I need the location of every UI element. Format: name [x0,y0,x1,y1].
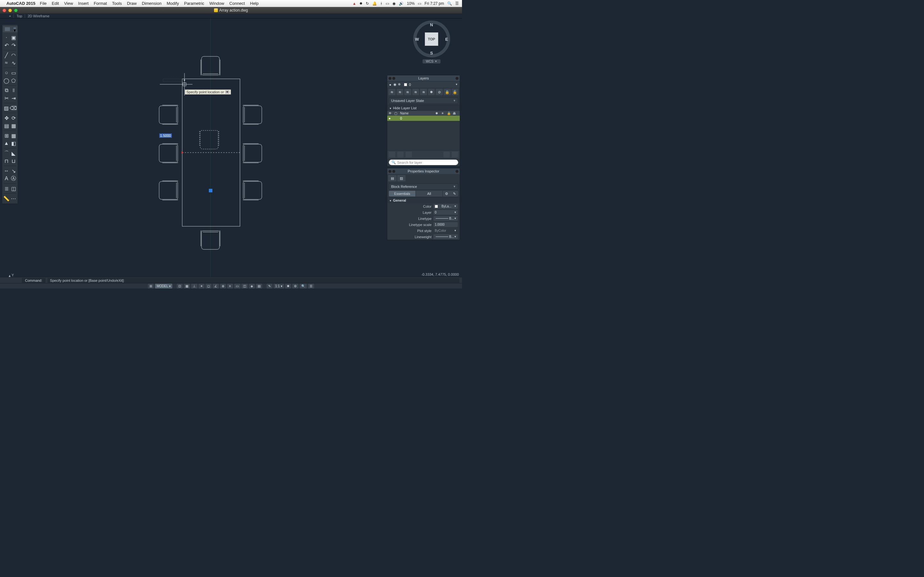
current-layer-row[interactable]: ●◉❄ 0 ▼ [387,81,460,87]
tool-layer[interactable]: ≣ [3,185,10,192]
layer-tool-8[interactable]: 🔒 [444,89,451,95]
tool-polygon[interactable]: ⬠ [10,77,17,84]
status-lwt-icon[interactable]: ≡ [227,284,233,288]
volume-icon[interactable]: 🔊 [399,1,404,6]
viewcube-face[interactable]: TOP [425,32,438,46]
sync-icon[interactable]: ↻ [366,1,369,6]
clock[interactable]: Fri 7:27 pm [425,1,444,6]
layer-tool-3[interactable]: ≋ [404,89,411,95]
layers-collapse-icon[interactable] [443,152,450,157]
menu-format[interactable]: Format [94,1,107,6]
menu-parametric[interactable]: Parametric [184,1,204,6]
prompt-dropdown-icon[interactable]: ▼ [225,90,229,93]
props-section-general[interactable]: ▼General [387,197,460,203]
tool-move[interactable]: ✥ [3,114,10,121]
command-input[interactable]: Specify point location or [Base point/Un… [47,278,459,283]
tool-point[interactable]: · [3,34,10,41]
viewcube[interactable]: N S E W TOP WCS▼ [411,21,452,69]
status-gear-icon[interactable]: ⚙ [292,284,298,288]
status-search-icon[interactable]: 🔍 [300,284,307,288]
tool-align[interactable]: ◧ [10,140,17,147]
layer-tool-6[interactable]: ✱ [428,89,435,95]
tool-dimension[interactable]: ↔ [3,167,10,174]
vp-plus[interactable]: + [6,14,11,18]
zoom-button[interactable] [14,9,18,12]
status-otrack-icon[interactable]: ∠ [213,284,219,288]
tool-grid-icon[interactable]: ▦ [10,132,17,139]
layer-tool-1[interactable]: ≋ [389,89,396,95]
tool-block[interactable]: ◫ [10,185,17,192]
status-trans-icon[interactable]: ▭ [234,284,240,288]
layer-tool-9[interactable]: 🔓 [452,89,459,95]
vp-view[interactable]: Top [13,14,22,18]
menu-window[interactable]: Window [210,1,224,6]
tool-circle[interactable]: ○ [3,69,10,76]
tool-chamfer[interactable]: ◣ [10,150,17,157]
spotlight-icon[interactable]: 🔍 [447,1,452,6]
menu-edit[interactable]: Edit [52,1,59,6]
tool-erase[interactable]: ⌫ [10,105,17,111]
status-dyn-icon[interactable]: ⊕ [220,284,226,288]
tool-mtext[interactable]: Ⓐ [10,175,17,182]
viewcube-e[interactable]: E [445,37,448,41]
tool-ellipse[interactable]: ◯ [3,77,10,84]
hide-layer-list[interactable]: ▼Hide Layer List [387,105,460,111]
evernote-icon[interactable]: ✸ [359,1,363,6]
seg-essentials[interactable]: Essentials [389,191,416,197]
properties-tab-1[interactable]: ▤ [388,175,397,181]
seg-all[interactable]: All [416,191,443,197]
layers-filter-icon[interactable] [389,152,395,157]
status-qp-icon[interactable]: ▤ [256,284,262,288]
close-button[interactable] [3,9,6,12]
tool-rectangle[interactable]: ▭ [10,69,17,76]
viewcube-ring[interactable]: N S E W TOP [413,21,450,57]
minimize-button[interactable] [8,9,12,12]
tool-measure[interactable]: 📏 [3,195,10,202]
layer-tool-4[interactable]: ≋ [412,89,419,95]
menu-file[interactable]: File [40,1,47,6]
tool-redo[interactable]: ↷ [10,42,17,49]
prop-lineweight-value[interactable]: B...▼ [433,234,458,239]
tool-stretch[interactable]: ▦ [10,122,17,129]
tool-block-icon[interactable]: ▣ [10,34,17,41]
tool-extend[interactable]: ⇥ [10,95,17,102]
battery-text[interactable]: 10% [407,1,415,6]
viewcube-n[interactable]: N [430,23,433,27]
menu-help[interactable]: Help [250,1,258,6]
menu-insert[interactable]: Insert [78,1,89,6]
tool-spline[interactable]: ∿ [10,59,17,66]
notification-icon[interactable]: ▲ [352,1,356,6]
menu-extra-icon[interactable]: ☰ [455,1,459,6]
tool-array[interactable]: ⊞ [3,132,10,139]
prop-layer-value[interactable]: 0▼ [433,210,458,215]
palette-grip[interactable]: ▾ [3,26,18,32]
tool-break[interactable]: ⊔ [10,157,17,164]
bluetooth-icon[interactable]: ᚼ [380,1,383,6]
layer-state-dropdown[interactable]: Unsaved Layer State▼ [389,97,458,104]
menu-modify[interactable]: Modify [166,1,179,6]
status-ortho-icon[interactable]: ⊥ [191,284,197,288]
properties-header[interactable]: Properties Inspector [387,168,460,174]
status-cycle-icon[interactable]: ◫ [242,284,248,288]
tool-line[interactable]: ╱ [3,52,10,59]
tool-undo[interactable]: ↶ [3,42,10,49]
tool-hatch[interactable]: ▨ [3,105,9,111]
seg-icon-2[interactable]: ✎ [451,191,458,197]
viewcube-w[interactable]: W [415,37,419,41]
layer-tool-5[interactable]: ≋ [420,89,427,95]
tool-trim[interactable]: ✂ [3,95,10,102]
tool-polyline[interactable]: ≈ [3,59,10,66]
bell-icon[interactable]: 🔔 [372,1,377,6]
status-anno-icon[interactable]: ✎ [267,284,272,288]
menu-draw[interactable]: Draw [127,1,137,6]
seg-icon-1[interactable]: ⚙ [443,191,451,197]
layer-tool-7[interactable]: ⊘ [436,89,443,95]
vp-style[interactable]: 2D Wireframe [25,14,49,18]
menu-connect[interactable]: Connect [229,1,245,6]
menu-view[interactable]: View [64,1,73,6]
airplay-icon[interactable]: ▭ [386,1,389,6]
selection-type-dropdown[interactable]: Block Reference▼ [389,183,458,190]
battery-icon[interactable]: ▭ [418,1,421,6]
tool-scale[interactable]: ▤ [3,122,10,129]
layers-settings-icon[interactable] [452,152,458,157]
